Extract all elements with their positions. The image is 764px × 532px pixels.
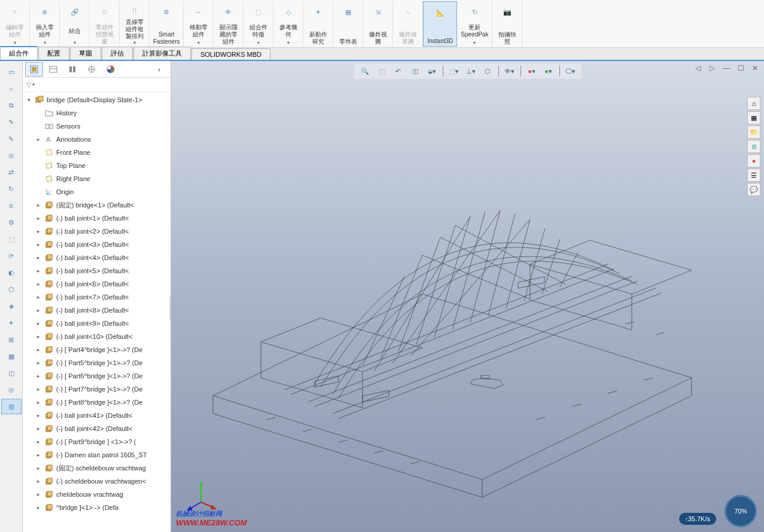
ribbon-motion[interactable]: ✦新動作 研究 [303, 1, 333, 47]
next-doc-icon[interactable]: ▷ [707, 63, 717, 73]
ribbon-fastener[interactable]: ⚙Smart Fasteners [150, 1, 184, 47]
tool-section-icon[interactable]: ⬚ [1, 231, 22, 247]
expand-icon[interactable]: ▸ [35, 241, 42, 247]
ribbon-instant3d[interactable]: 📐Instant3D [423, 1, 457, 47]
explorer-icon[interactable]: 📁 [747, 126, 760, 139]
expand-icon[interactable]: ▸ [35, 452, 42, 458]
ribbon-bom[interactable]: ▦零件表 [333, 1, 363, 47]
tree-item[interactable]: Sensors [23, 120, 171, 133]
tool-icon[interactable]: ◈ [1, 298, 22, 314]
library-icon[interactable]: ▦ [747, 111, 760, 124]
minimize-icon[interactable]: ― [721, 63, 732, 73]
tree-item[interactable]: ▸(-) Damen stan patrol 1605_ST [23, 448, 171, 461]
tool-measure-icon[interactable]: ⟐ [1, 81, 22, 96]
forum-icon[interactable]: 💬 [747, 183, 760, 196]
tool-note-icon[interactable]: ✎ [1, 131, 22, 146]
tree-item[interactable]: ▸(-) scheldebouw vrachtwagen< [23, 475, 171, 488]
view-triad[interactable] [183, 478, 219, 514]
tree-item[interactable]: ▸(-) ball joint<3> (Default< [23, 238, 171, 251]
tool-edit-icon[interactable]: ✎ [1, 114, 22, 130]
tree-item[interactable]: ▸(-) ball joint<9> (Default< [23, 317, 171, 330]
ribbon-pattern[interactable]: ⁝⁝直線零 組件複 製排列▾ [120, 1, 150, 47]
expand-icon[interactable]: ▸ [35, 294, 42, 300]
zoom-area-icon[interactable]: ⬚ [375, 65, 389, 78]
tool-gear-icon[interactable]: ⚙ [1, 215, 22, 230]
expand-icon[interactable]: ▸ [35, 268, 42, 274]
expand-icon[interactable]: ▸ [35, 399, 42, 405]
expand-icon[interactable]: ▸ [35, 491, 42, 497]
expand-icon[interactable]: ▸ [35, 255, 42, 261]
expand-icon[interactable]: ▸ [35, 412, 42, 418]
ribbon-expline[interactable]: ⤡爆炸線 草圖 [393, 1, 423, 47]
tree-tab-more-icon[interactable]: › [150, 62, 168, 77]
tool-icon[interactable]: ◫ [1, 365, 22, 381]
tree-item[interactable]: ▸(-) [ Part7^bridge ]<1>->? (De [23, 383, 171, 396]
properties-icon[interactable]: ☰ [747, 169, 760, 182]
funnel-icon[interactable]: ▽ [26, 81, 31, 88]
zoom-level-badge[interactable]: 70% [725, 495, 757, 527]
view-orient-icon[interactable]: ⬙▾ [425, 65, 439, 78]
ribbon-snapshot[interactable]: 📷拍攝快 照 [492, 1, 522, 47]
tool-hole-icon[interactable]: ◎ [1, 148, 22, 163]
expand-icon[interactable]: ▸ [35, 505, 42, 510]
expand-icon[interactable]: ▸ [35, 478, 42, 484]
tree-item[interactable]: ▸(-) [ Part8^bridge ]<1>->? (De [23, 396, 171, 409]
view-cube-icon[interactable]: ⬡ [480, 65, 495, 78]
render-icon[interactable]: 🖵▾ [564, 65, 578, 78]
tree-item[interactable]: ▸(-) [ Part5^bridge ]<1>->? (De [23, 356, 171, 369]
tree-item[interactable]: ▸(-) ball joint<10> (Default< [23, 330, 171, 343]
expand-icon[interactable]: ▸ [35, 307, 42, 313]
close-icon[interactable]: ✕ [750, 63, 760, 73]
ribbon-showhide[interactable]: 👁顯示隱 藏的零 組件 [214, 1, 243, 47]
tree-item[interactable]: ▸cheldebouw vrachtwag [23, 488, 171, 501]
tool-icon[interactable]: ⧈ [1, 198, 22, 213]
tree-item[interactable]: Right Plane [23, 172, 171, 185]
section-view-icon[interactable]: ◫ [408, 65, 422, 78]
ribbon-refgeo[interactable]: ◇參考幾 何▾ [273, 1, 303, 47]
view-palette-icon[interactable]: ⊞ [747, 140, 760, 153]
tool-target-icon[interactable]: ◎ [1, 382, 22, 398]
tool-icon[interactable]: ✦ [1, 315, 22, 331]
ribbon-move[interactable]: ↔移動零 組件▾ [184, 1, 214, 47]
tree-item[interactable]: Top Plane [23, 159, 171, 172]
tree-tab-property-icon[interactable] [44, 62, 62, 77]
expand-icon[interactable]: ▸ [35, 281, 42, 287]
tree-tab-config-icon[interactable] [63, 62, 81, 77]
tree-item[interactable]: History [23, 106, 171, 120]
expand-icon[interactable]: ▸ [35, 439, 42, 445]
tree-body[interactable]: ▾ bridge (Default<Display State-1> Histo… [23, 92, 171, 532]
maximize-icon[interactable]: ☐ [735, 63, 746, 73]
tree-root[interactable]: ▾ bridge (Default<Display State-1> [23, 93, 171, 106]
appearance-icon[interactable]: ●▾ [525, 65, 539, 78]
tool-structure-icon[interactable]: ⊞ [1, 332, 22, 347]
expand-icon[interactable]: ▸ [35, 202, 42, 208]
zoom-fit-icon[interactable]: 🔍 [358, 65, 372, 78]
tree-item[interactable]: ▸(-) ball joint<4> (Default< [23, 251, 171, 264]
expand-icon[interactable]: ▸ [35, 360, 42, 366]
tab-配置[interactable]: 配置 [38, 47, 69, 60]
expand-icon[interactable]: ▸ [35, 373, 42, 379]
tree-item[interactable]: ▸(固定) bridge<1> (Default< [23, 198, 171, 212]
tab-組合件[interactable]: 組合件 [0, 46, 38, 60]
tree-item[interactable]: ▸(-) ball joint<5> (Default< [23, 264, 171, 277]
ribbon-speedpak[interactable]: ↻更新 SpeedPak▾ [457, 1, 492, 47]
graphics-viewport[interactable]: 🔍 ⬚ ↶ ◫ ⬙▾ ⬚▾ ⊥▾ ⬡ 👁▾ ●▾ ●▾ 🖵▾ ◁ ▷ ― ☐ ✕… [171, 61, 764, 532]
ribbon-mate[interactable]: 🔗結合▾ [60, 1, 90, 47]
tree-item[interactable]: ▸(-) ball joint<6> (Default< [23, 277, 171, 291]
tool-icon[interactable]: ⬡ [1, 282, 22, 297]
ribbon-edit[interactable]: ✎編輯零 組件▾ [0, 1, 30, 47]
tree-item[interactable]: ▸AAnnotations [23, 133, 171, 146]
tool-icon[interactable]: ◐ [1, 265, 22, 280]
tool-ruler-icon[interactable]: ▥ [1, 399, 22, 414]
expand-icon[interactable]: ▸ [35, 228, 42, 234]
tree-item[interactable]: ▸(-) [ Part6^bridge ]<1>->? (De [23, 369, 171, 383]
tree-tab-dim-icon[interactable] [83, 62, 101, 77]
tree-item[interactable]: Front Plane [23, 146, 171, 159]
tool-select-icon[interactable]: ▭ [1, 64, 22, 80]
expand-icon[interactable]: ▸ [35, 426, 42, 432]
tool-mate-icon[interactable]: ⧉ [1, 97, 22, 113]
tree-item[interactable]: ▸^bridge ]<1> -> (Defa [23, 501, 171, 514]
expand-icon[interactable]: ▸ [35, 215, 42, 221]
tab-計算影像工具[interactable]: 計算影像工具 [133, 47, 191, 60]
home-icon[interactable]: ⌂ [747, 97, 760, 110]
